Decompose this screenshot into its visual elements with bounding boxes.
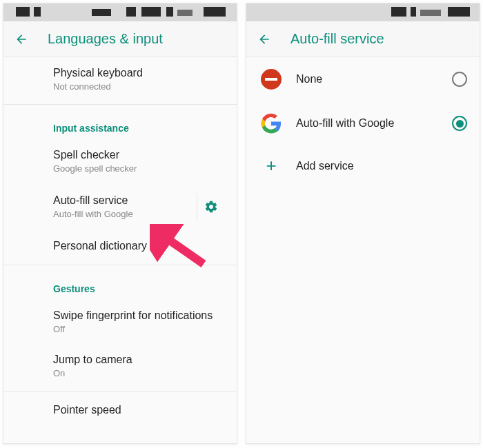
item-personal-dictionary[interactable]: Personal dictionary xyxy=(3,230,237,262)
page-title: Auto-fill service xyxy=(290,31,384,47)
item-title: Pointer speed xyxy=(53,404,224,416)
item-subtitle: On xyxy=(53,368,224,378)
item-title: Spell checker xyxy=(53,149,224,161)
minus-circle-icon xyxy=(261,69,282,90)
item-subtitle: Auto-fill with Google xyxy=(53,209,191,219)
item-title: Physical keyboard xyxy=(53,67,224,79)
option-google[interactable]: Auto-fill with Google xyxy=(246,101,480,145)
statusbar xyxy=(246,3,480,21)
item-title: Swipe fingerprint for notifications xyxy=(53,309,224,322)
settings-list: Physical keyboard Not connected Input as… xyxy=(3,57,237,443)
divider xyxy=(3,391,237,391)
option-none[interactable]: None xyxy=(246,57,480,101)
item-title: Jump to camera xyxy=(53,354,224,366)
radio-google[interactable] xyxy=(452,116,467,131)
item-physical-keyboard[interactable]: Physical keyboard Not connected xyxy=(3,57,237,101)
autofill-settings-button[interactable] xyxy=(197,193,224,221)
item-title: Auto-fill service xyxy=(53,194,191,207)
back-button[interactable] xyxy=(257,32,271,46)
autofill-options: None Auto-fill with Google + Add service xyxy=(246,57,480,443)
item-spell-checker[interactable]: Spell checker Google spell checker xyxy=(3,139,237,183)
divider xyxy=(3,104,237,105)
appbar: Languages & input xyxy=(3,21,237,57)
option-label: Auto-fill with Google xyxy=(296,117,440,130)
item-subtitle: Google spell checker xyxy=(53,163,224,174)
statusbar xyxy=(3,3,237,21)
option-label: Add service xyxy=(296,160,467,172)
item-swipe-fingerprint[interactable]: Swipe fingerprint for notifications Off xyxy=(3,300,237,344)
item-pointer-speed[interactable]: Pointer speed xyxy=(3,394,237,420)
section-input-assistance: Input assistance xyxy=(3,108,237,139)
screen-languages-input: Languages & input Physical keyboard Not … xyxy=(3,3,237,444)
appbar: Auto-fill service xyxy=(246,21,480,57)
radio-none[interactable] xyxy=(452,72,467,87)
gear-icon xyxy=(204,200,218,214)
back-arrow-icon xyxy=(14,32,28,47)
google-logo-icon xyxy=(259,111,284,136)
item-subtitle: Off xyxy=(53,324,224,334)
item-title: Personal dictionary xyxy=(53,240,224,252)
page-title: Languages & input xyxy=(48,31,163,47)
screen-autofill-service: Auto-fill service None Auto-fill with Go… xyxy=(246,3,480,444)
item-autofill-service[interactable]: Auto-fill service Auto-fill with Google xyxy=(3,183,237,230)
option-add-service[interactable]: + Add service xyxy=(246,145,480,186)
section-gestures: Gestures xyxy=(3,268,237,300)
back-arrow-icon xyxy=(257,32,271,47)
item-subtitle: Not connected xyxy=(53,81,224,92)
item-jump-to-camera[interactable]: Jump to camera On xyxy=(3,344,237,388)
option-label: None xyxy=(296,73,440,85)
divider xyxy=(3,265,237,265)
back-button[interactable] xyxy=(14,32,28,46)
plus-icon: + xyxy=(259,155,284,176)
